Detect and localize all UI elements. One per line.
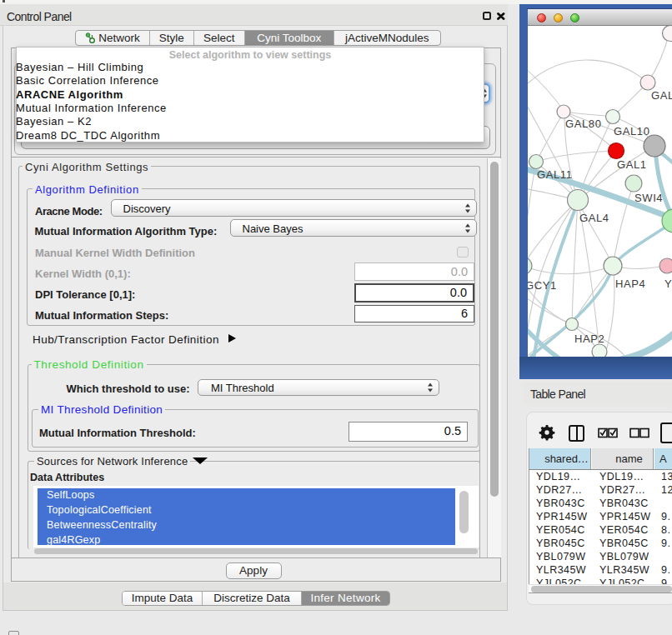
svg-text:HAP4: HAP4: [615, 278, 645, 290]
svg-text:YD: YD: [664, 278, 672, 290]
svg-text:HAP2: HAP2: [574, 332, 604, 345]
svg-text:GAL11: GAL11: [537, 168, 573, 181]
svg-text:GAL1: GAL1: [617, 158, 647, 171]
svg-text:GAL2: GAL2: [651, 89, 672, 102]
svg-text:SWI4: SWI4: [634, 192, 663, 204]
svg-text:GAL4: GAL4: [579, 212, 609, 224]
svg-text:GAL80: GAL80: [565, 118, 601, 130]
svg-text:GCY1: GCY1: [528, 279, 557, 292]
svg-text:GAL10: GAL10: [614, 125, 649, 138]
